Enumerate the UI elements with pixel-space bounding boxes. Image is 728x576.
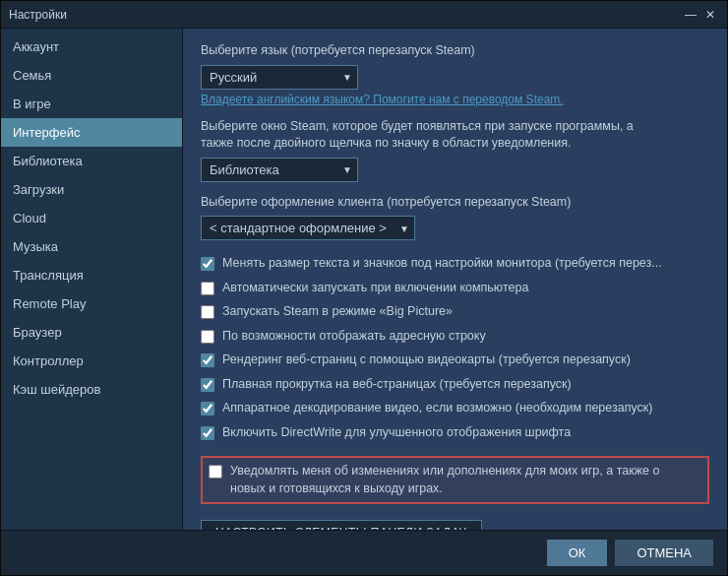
lang-help-link[interactable]: Владеете английским языком? Помогите нам… [201, 93, 564, 106]
titlebar: Настройки — ✕ [1, 1, 727, 29]
checkbox-label-5: Плавная прокрутка на веб-страницах (треб… [222, 376, 572, 394]
sidebar-item-браузер[interactable]: Браузер [1, 318, 182, 347]
checkbox-4[interactable] [201, 353, 214, 367]
lang-dropdown[interactable]: Русский [201, 65, 358, 90]
checkbox-row-6: Аппаратное декодирование видео, если воз… [201, 397, 709, 420]
highlighted-checkbox-label: Уведомлять меня об изменениях или дополн… [230, 463, 659, 497]
sidebar-item-в-игре[interactable]: В игре [1, 90, 182, 118]
checkbox-row-0: Менять размер текста и значков под настр… [201, 252, 709, 276]
sidebar-item-контроллер[interactable]: Контроллер [1, 347, 182, 375]
checkbox-row-4: Рендеринг веб-страниц с помощью видеокар… [201, 349, 709, 372]
sidebar-item-библиотека[interactable]: Библиотека [1, 147, 182, 175]
bottom-bar: ОК ОТМЕНА [1, 530, 727, 575]
sidebar-item-загрузки[interactable]: Загрузки [1, 175, 182, 204]
sidebar-item-cloud[interactable]: Cloud [1, 204, 182, 232]
checkbox-6[interactable] [201, 402, 214, 416]
main-panel: Выберите язык (потребуется перезапуск St… [183, 29, 727, 530]
checkbox-7[interactable] [201, 426, 214, 440]
sidebar-item-семья[interactable]: Семья [1, 61, 182, 90]
checkboxes-section: Менять размер текста и значков под настр… [201, 252, 709, 444]
checkbox-row-5: Плавная прокрутка на веб-страницах (треб… [201, 373, 709, 397]
ok-button[interactable]: ОК [547, 540, 608, 566]
sidebar: АккаунтСемьяВ игреИнтерфейсБиблиотекаЗаг… [1, 29, 183, 530]
content-area: АккаунтСемьяВ игреИнтерфейсБиблиотекаЗаг… [1, 29, 727, 530]
lang-dropdown-wrapper: Русский ▼ [201, 65, 358, 90]
theme-section: Выберите оформление клиента (потребуется… [201, 194, 709, 241]
checkbox-label-2: Запускать Steam в режиме «Big Picture» [222, 303, 453, 321]
taskbar-btn-wrapper: НАСТРОИТЬ ЭЛЕМЕНТЫ ПАНЕЛИ ЗАДАЧ [201, 516, 709, 530]
highlighted-checkbox[interactable] [209, 465, 222, 479]
minimize-button[interactable]: — [682, 6, 699, 24]
checkbox-label-0: Менять размер текста и значков под настр… [222, 255, 662, 273]
sidebar-item-remote-play[interactable]: Remote Play [1, 289, 182, 318]
theme-dropdown[interactable]: < стандартное оформление > [201, 216, 415, 240]
cancel-button[interactable]: ОТМЕНА [615, 540, 713, 566]
checkbox-1[interactable] [201, 282, 214, 295]
sidebar-item-кэш-шейдеров[interactable]: Кэш шейдеров [1, 375, 182, 404]
close-button[interactable]: ✕ [701, 6, 719, 24]
checkbox-label-3: По возможности отображать адресную строк… [222, 328, 486, 346]
checkbox-label-4: Рендеринг веб-страниц с помощью видеокар… [222, 352, 631, 369]
lang-section: Выберите язык (потребуется перезапуск St… [201, 42, 709, 106]
checkbox-0[interactable] [201, 257, 214, 271]
sidebar-item-музыка[interactable]: Музыка [1, 232, 182, 261]
window-label: Выберите окно Steam, которое будет появл… [201, 118, 709, 153]
lang-label: Выберите язык (потребуется перезапуск St… [201, 42, 709, 60]
theme-dropdown-wrapper: < стандартное оформление > ▼ [201, 216, 415, 240]
theme-label: Выберите оформление клиента (потребуется… [201, 194, 709, 212]
settings-window: Настройки — ✕ АккаунтСемьяВ игреИнтерфей… [0, 0, 728, 576]
taskbar-configure-button[interactable]: НАСТРОИТЬ ЭЛЕМЕНТЫ ПАНЕЛИ ЗАДАЧ [201, 520, 482, 530]
sidebar-item-интерфейс[interactable]: Интерфейс [1, 118, 182, 147]
checkbox-5[interactable] [201, 378, 214, 392]
checkbox-row-2: Запускать Steam в режиме «Big Picture» [201, 300, 709, 324]
sidebar-item-аккаунт[interactable]: Аккаунт [1, 32, 182, 61]
checkbox-row-1: Автоматически запускать при включении ко… [201, 277, 709, 300]
checkbox-row-3: По возможности отображать адресную строк… [201, 325, 709, 349]
window-controls: — ✕ [682, 6, 719, 24]
window-dropdown-wrapper: Библиотека ▼ [201, 158, 358, 182]
window-section: Выберите окно Steam, которое будет появл… [201, 118, 709, 182]
checkbox-row-7: Включить DirectWrite для улучшенного ото… [201, 421, 709, 445]
checkbox-label-1: Автоматически запускать при включении ко… [222, 280, 528, 297]
sidebar-item-трансляция[interactable]: Трансляция [1, 261, 182, 289]
checkbox-label-7: Включить DirectWrite для улучшенного ото… [222, 424, 571, 442]
checkbox-3[interactable] [201, 330, 214, 344]
window-title: Настройки [9, 8, 682, 22]
highlighted-checkbox-row: Уведомлять меня об изменениях или дополн… [201, 456, 709, 504]
checkbox-label-6: Аппаратное декодирование видео, если воз… [222, 400, 652, 417]
window-dropdown[interactable]: Библиотека [201, 158, 358, 182]
checkbox-2[interactable] [201, 305, 214, 319]
